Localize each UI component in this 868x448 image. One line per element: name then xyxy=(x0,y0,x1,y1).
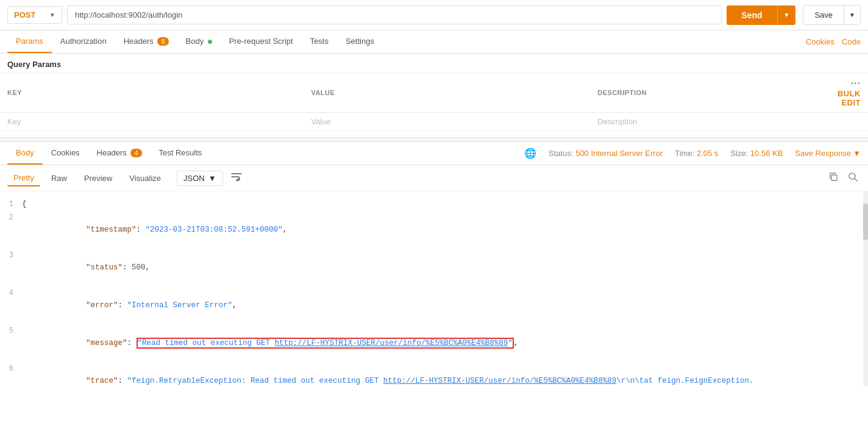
copy-button[interactable] xyxy=(825,169,841,187)
size-value: 10.56 KB xyxy=(750,149,783,158)
line-content: "status": 500, xyxy=(22,249,868,286)
table-row: Key Value Description xyxy=(0,113,868,131)
line-content: "trace": "feign.RetryableException: Read… xyxy=(22,363,868,386)
headers-badge: 8 xyxy=(157,37,168,46)
scrollbar-thumb[interactable] xyxy=(863,204,868,240)
response-tab-body[interactable]: Body xyxy=(7,142,43,165)
method-select[interactable]: POST ▼ xyxy=(7,6,62,24)
more-options-icon[interactable]: ··· xyxy=(851,78,861,88)
globe-icon: 🌐 xyxy=(524,148,536,159)
format-dropdown-icon: ▼ xyxy=(208,174,216,183)
bulk-edit-button[interactable]: Bulk Edit xyxy=(838,89,861,107)
status-value: 500 Internal Server Error xyxy=(575,149,663,158)
code-viewer: 1 { 2 "timestamp": "2023-03-21T03:08:52.… xyxy=(0,191,868,386)
size-section: Size: 10.56 KB xyxy=(730,149,783,158)
code-line-6: 6 "trace": "feign.RetryableException: Re… xyxy=(0,362,868,386)
tab-authorization[interactable]: Authorization xyxy=(52,30,115,53)
svg-rect-0 xyxy=(831,175,837,180)
tab-pre-request[interactable]: Pre-request Script xyxy=(221,30,302,53)
body-dot xyxy=(208,40,212,44)
col-header-key: KEY xyxy=(0,73,304,113)
line-content: "timestamp": "2023-03-21T03:08:52.591+00… xyxy=(22,212,868,248)
response-tabs-row: Body Cookies Headers 4 Test Results 🌐 St… xyxy=(0,142,868,165)
response-status-bar: 🌐 Status: 500 Internal Server Error Time… xyxy=(524,148,861,159)
save-dropdown-button[interactable]: ▼ xyxy=(844,5,861,25)
line-number: 4 xyxy=(0,287,22,299)
save-button[interactable]: Save xyxy=(803,5,844,25)
tab-params[interactable]: Params xyxy=(7,30,52,53)
status-section: Status: 500 Internal Server Error xyxy=(549,149,663,158)
format-tab-pretty[interactable]: Pretty xyxy=(7,170,40,187)
search-button[interactable] xyxy=(845,169,861,187)
tab-settings[interactable]: Settings xyxy=(337,30,383,53)
time-section: Time: 2.05 s xyxy=(675,149,718,158)
code-line-3: 3 "status": 500, xyxy=(0,249,868,286)
code-link[interactable]: Code xyxy=(842,37,861,46)
format-tab-visualize[interactable]: Visualize xyxy=(123,171,167,186)
code-line-2: 2 "timestamp": "2023-03-21T03:08:52.591+… xyxy=(0,211,868,249)
line-number: 2 xyxy=(0,212,22,224)
request-tabs-row: Params Authorization Headers 8 Body Pre-… xyxy=(0,30,868,54)
wrap-lines-button[interactable] xyxy=(228,169,245,187)
line-content: "message": "Read timed out executing GET… xyxy=(22,325,868,361)
send-dropdown-button[interactable]: ▼ xyxy=(777,5,796,25)
response-headers-badge: 4 xyxy=(130,149,141,157)
format-tab-preview[interactable]: Preview xyxy=(78,171,118,186)
key-cell[interactable]: Key xyxy=(0,113,304,131)
params-table: KEY VALUE DESCRIPTION ··· Bulk Edit Key … xyxy=(0,73,868,131)
scrollbar-track[interactable] xyxy=(863,191,868,386)
line-number: 6 xyxy=(0,363,22,375)
col-header-description: DESCRIPTION xyxy=(590,73,824,113)
send-button-group: Send ▼ xyxy=(727,5,795,25)
query-params-label: Query Params xyxy=(0,54,868,73)
svg-line-2 xyxy=(855,179,857,181)
line-content: "error": "Internal Server Error", xyxy=(22,287,868,324)
format-bar: Pretty Raw Preview Visualize JSON ▼ xyxy=(0,165,868,191)
response-body-code: 1 { 2 "timestamp": "2023-03-21T03:08:52.… xyxy=(0,191,868,386)
top-bar: POST ▼ Send ▼ Save ▼ xyxy=(0,0,868,30)
code-line-4: 4 "error": "Internal Server Error", xyxy=(0,286,868,324)
line-number: 3 xyxy=(0,249,22,261)
format-select[interactable]: JSON ▼ xyxy=(177,171,223,186)
col-header-actions: ··· Bulk Edit xyxy=(825,73,868,113)
save-response-button[interactable]: Save Response ▼ xyxy=(795,149,861,158)
time-value: 2.05 s xyxy=(697,149,718,158)
format-tab-raw[interactable]: Raw xyxy=(45,171,73,186)
tab-right-links: Cookies Code xyxy=(806,37,861,46)
code-line-1: 1 { xyxy=(0,197,868,211)
col-header-value: VALUE xyxy=(304,73,590,113)
section-divider xyxy=(0,137,868,142)
response-tab-test-results[interactable]: Test Results xyxy=(151,142,211,165)
cookies-link[interactable]: Cookies xyxy=(806,37,834,46)
send-button[interactable]: Send xyxy=(727,5,777,25)
action-cell xyxy=(825,113,868,131)
tab-headers[interactable]: Headers 8 xyxy=(115,30,177,53)
code-line-5: 5 "message": "Read timed out executing G… xyxy=(0,324,868,362)
line-number: 5 xyxy=(0,325,22,337)
tab-body[interactable]: Body xyxy=(177,30,221,53)
method-chevron-icon: ▼ xyxy=(49,12,55,18)
value-cell[interactable]: Value xyxy=(304,113,590,131)
format-right-buttons xyxy=(825,169,861,187)
line-content: { xyxy=(22,198,868,210)
tab-tests[interactable]: Tests xyxy=(302,30,337,53)
line-number: 1 xyxy=(0,198,22,210)
save-response-arrow-icon: ▼ xyxy=(853,149,861,158)
method-value: POST xyxy=(14,10,35,20)
response-tab-cookies[interactable]: Cookies xyxy=(43,142,88,165)
save-button-group: Save ▼ xyxy=(803,5,861,25)
response-tab-headers[interactable]: Headers 4 xyxy=(88,142,151,165)
description-cell[interactable]: Description xyxy=(590,113,824,131)
url-input[interactable] xyxy=(67,5,722,24)
